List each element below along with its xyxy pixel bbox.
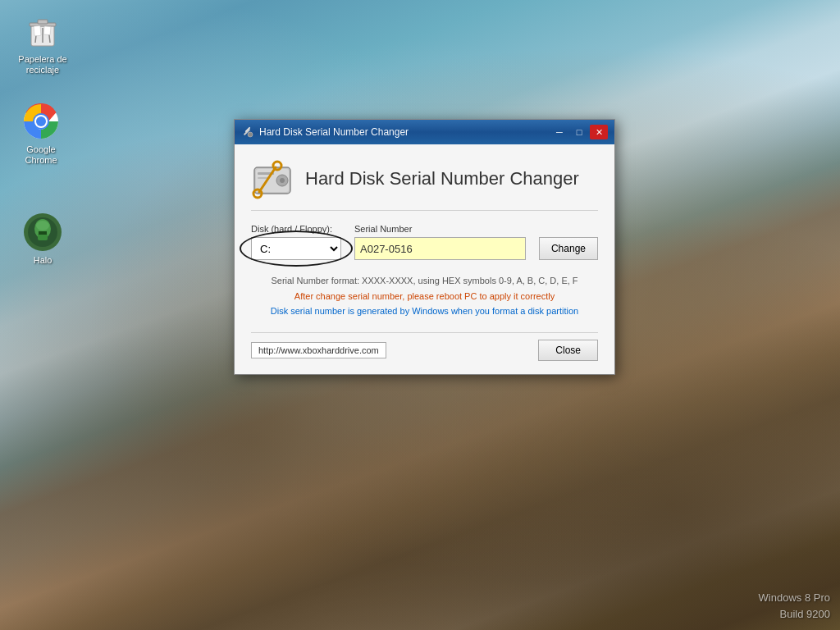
- serial-label: Serial Number: [354, 224, 526, 234]
- watermark-line1: Windows 8 Pro: [759, 590, 830, 606]
- title-bar-left: Hard Disk Serial Number Changer: [241, 126, 409, 139]
- disk-select[interactable]: C: D: E: A:: [251, 237, 341, 260]
- app-dialog-title: Hard Disk Serial Number Changer: [305, 168, 579, 189]
- svg-rect-2: [38, 20, 48, 24]
- serial-group: Serial Number: [354, 224, 526, 260]
- title-bar-buttons: ─ □ ✕: [550, 125, 608, 139]
- recycle-bin-icon: [23, 11, 62, 51]
- info-line3: Disk serial number is generated by Windo…: [251, 304, 598, 319]
- svg-point-24: [280, 178, 285, 183]
- watermark-line2: Build 9200: [759, 606, 830, 623]
- info-line2: After change serial number, please reboo…: [251, 289, 598, 304]
- minimize-button[interactable]: ─: [550, 125, 568, 139]
- dialog-content: Hard Disk Serial Number Changer Disk (ha…: [235, 144, 614, 374]
- change-button[interactable]: Change: [539, 237, 598, 260]
- svg-point-28: [273, 162, 281, 170]
- info-line1: Serial Number format: XXXX-XXXX, using H…: [251, 273, 598, 289]
- bottom-bar: http://www.xboxharddrive.com Close: [251, 332, 598, 361]
- disk-select-wrapper: C: D: E: A:: [251, 237, 341, 260]
- close-title-button[interactable]: ✕: [590, 125, 608, 139]
- title-bar: Hard Disk Serial Number Changer ─ □ ✕: [235, 120, 614, 144]
- info-text: Serial Number format: XXXX-XXXX, using H…: [251, 273, 598, 319]
- chrome-label: Google Chrome: [11, 144, 71, 166]
- dialog-header: Hard Disk Serial Number Changer: [251, 158, 598, 211]
- website-link[interactable]: http://www.xboxharddrive.com: [251, 342, 386, 358]
- os-watermark: Windows 8 Pro Build 9200: [759, 590, 830, 622]
- dialog-title: Hard Disk Serial Number Changer: [259, 126, 409, 138]
- halo-label: Halo: [34, 255, 52, 266]
- app-icon: [251, 158, 294, 200]
- svg-point-20: [248, 132, 253, 137]
- svg-rect-16: [39, 231, 47, 235]
- disk-group: Disk (hard / Floppy): C: D: E: A:: [251, 224, 341, 260]
- form-area: Disk (hard / Floppy): C: D: E: A: Serial…: [251, 224, 598, 260]
- svg-point-17: [36, 221, 49, 231]
- serial-input[interactable]: [354, 237, 526, 260]
- halo-icon: [23, 212, 62, 252]
- recycle-bin-label: Papelera de reciclaje: [13, 54, 72, 75]
- svg-rect-7: [43, 26, 51, 35]
- svg-point-11: [36, 116, 46, 126]
- close-dialog-button[interactable]: Close: [538, 340, 598, 361]
- disk-label: Disk (hard / Floppy):: [251, 224, 341, 234]
- desktop: Papelera de reciclaje: [0, 0, 840, 630]
- svg-rect-6: [34, 25, 41, 36]
- svg-rect-15: [38, 234, 48, 240]
- chrome-icon: [21, 102, 61, 141]
- halo-icon-item[interactable]: Halo: [10, 209, 75, 269]
- dialog-window: Hard Disk Serial Number Changer ─ □ ✕: [234, 119, 615, 375]
- app-title-icon: [241, 126, 254, 139]
- chrome-icon-item[interactable]: Google Chrome: [8, 98, 74, 169]
- recycle-bin-icon-item[interactable]: Papelera de reciclaje: [10, 8, 75, 79]
- maximize-button[interactable]: □: [570, 125, 588, 139]
